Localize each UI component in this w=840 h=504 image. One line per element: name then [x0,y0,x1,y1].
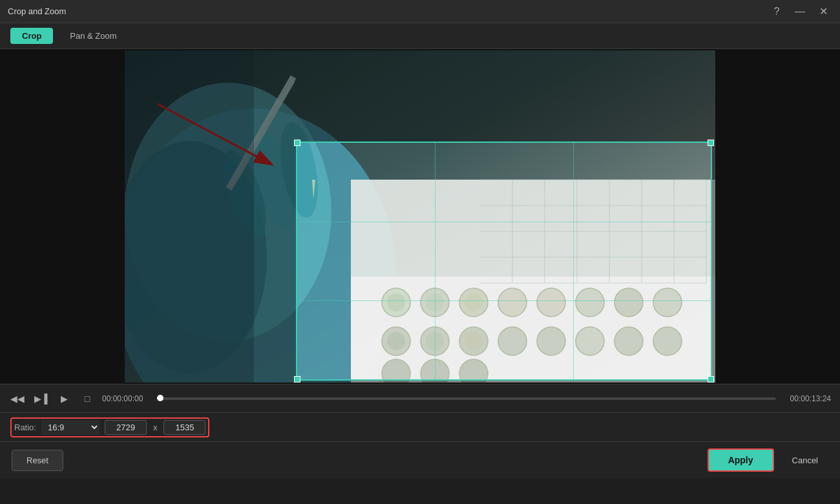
crop-grid-horizontal-2 [297,300,711,301]
reset-button[interactable]: Reset [12,450,63,471]
video-frame [125,50,715,383]
tab-pan-zoom[interactable]: Pan & Zoom [58,28,128,44]
crop-mask-right [712,142,715,381]
height-input[interactable] [163,420,205,435]
crop-grid-vertical-2 [573,143,574,379]
crop-mask-left [125,142,296,381]
ratio-bar: Ratio: 16:9 4:3 1:1 9:16 Custom x [0,412,840,442]
crop-mask-bottom [125,381,715,383]
crop-selection-box[interactable] [296,142,712,381]
playback-bar: ◀◀ ▶▐ ▶ □ 00:00:00:00 00:00:13:24 [0,384,840,412]
help-button[interactable]: ? [768,3,786,21]
apply-button[interactable]: Apply [708,448,774,472]
end-time: 00:00:13:24 [782,394,831,403]
cancel-button[interactable]: Cancel [782,450,828,470]
preview-area [0,49,840,384]
play-button[interactable]: ▶ [56,390,72,407]
window-controls: ? — ✕ [768,3,832,21]
crop-grid-vertical-1 [435,143,436,379]
crop-handle-bottom-right[interactable] [708,376,714,383]
ratio-label: Ratio: [14,423,36,432]
crop-mask-top [125,50,715,142]
title-bar: Crop and Zoom ? — ✕ [0,0,840,23]
ratio-select[interactable]: 16:9 4:3 1:1 9:16 Custom [41,420,100,435]
current-time: 00:00:00:00 [102,394,151,403]
close-button[interactable]: ✕ [814,3,832,21]
progress-bar[interactable] [157,397,776,400]
dimension-separator: x [152,423,159,432]
step-forward-button[interactable]: ▶▐ [32,390,49,407]
crop-grid-horizontal-1 [297,222,711,222]
ratio-group: Ratio: 16:9 4:3 1:1 9:16 Custom x [10,417,209,437]
progress-handle[interactable] [157,395,163,401]
action-right-group: Apply Cancel [708,448,828,472]
action-bar: Reset Apply Cancel [0,442,840,478]
minimize-button[interactable]: — [791,3,809,21]
crop-handle-bottom-left[interactable] [294,376,300,383]
width-input[interactable] [105,420,147,435]
skip-back-button[interactable]: ◀◀ [9,390,26,407]
tab-bar: Crop Pan & Zoom [0,23,840,49]
crop-handle-top-right[interactable] [708,140,714,146]
window-title: Crop and Zoom [8,6,66,16]
crop-handle-top-left[interactable] [294,140,300,146]
tab-crop[interactable]: Crop [10,28,53,44]
crop-frame-button[interactable]: □ [79,390,96,407]
